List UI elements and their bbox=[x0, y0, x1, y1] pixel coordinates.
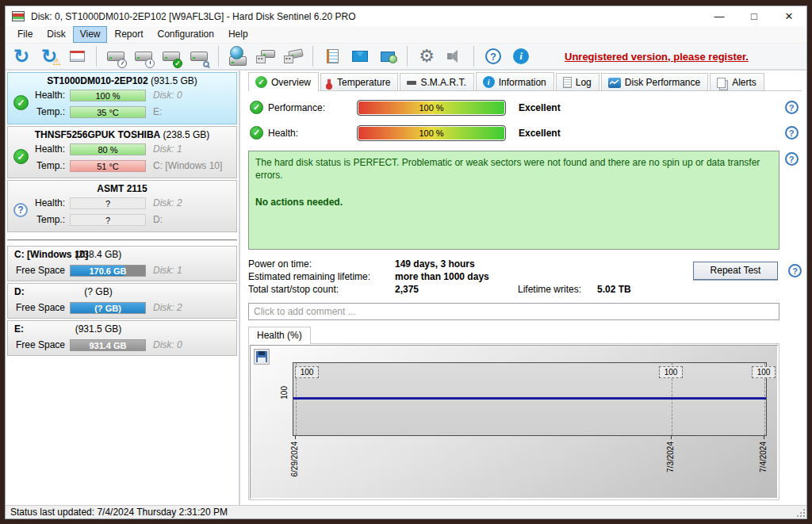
remove-disk-button[interactable] bbox=[255, 45, 277, 67]
free-space-bar: (? GB) bbox=[70, 302, 146, 314]
toolbar-separator bbox=[473, 46, 474, 67]
help-icon[interactable]: ? bbox=[785, 101, 799, 114]
gear-icon: ⚙ bbox=[419, 48, 435, 65]
disk-number: Disk: 0 bbox=[153, 339, 182, 350]
disk-tray-icon bbox=[284, 48, 303, 64]
network-status-button[interactable] bbox=[377, 45, 399, 67]
disk-test-button[interactable]: ✓ bbox=[160, 45, 182, 67]
point-label: 100 bbox=[752, 366, 776, 378]
maximize-button[interactable]: □ bbox=[737, 6, 772, 26]
tab-alerts[interactable]: Alerts bbox=[710, 73, 764, 90]
free-space-value: 931.4 GB bbox=[71, 340, 145, 350]
health-bar: ? bbox=[70, 197, 146, 209]
status-bar-text: Status last updated: 7/4/2024 Thursday 2… bbox=[10, 507, 228, 518]
report-button[interactable] bbox=[66, 45, 88, 67]
lifetime-value: more than 1000 days bbox=[395, 271, 518, 283]
repeat-test-button[interactable]: Repeat Test bbox=[693, 262, 778, 280]
clock-icon bbox=[145, 59, 155, 68]
drive-stats-section: Power on time: 149 days, 3 hours Estimat… bbox=[248, 258, 803, 296]
main-area: ST1000DM010-2EP102 (931.5 GB) ✓ Health: … bbox=[6, 71, 806, 505]
disk-card-1[interactable]: THNSF5256GPUK TOSHIBA (238.5 GB) ✓ Healt… bbox=[7, 126, 237, 178]
free-space-label: Free Space bbox=[8, 339, 70, 350]
sound-settings-button[interactable] bbox=[443, 45, 465, 67]
health-chart: 100 100 100 100 6/29/2024 bbox=[250, 345, 778, 499]
about-button[interactable]: i bbox=[510, 45, 532, 67]
tab-label: Disk Performance bbox=[625, 77, 700, 88]
insert-disk-button[interactable] bbox=[282, 45, 304, 67]
free-space-label: Free Space bbox=[8, 302, 70, 313]
warning-icon: ⚠ bbox=[52, 56, 61, 67]
thermometer-icon bbox=[327, 78, 331, 88]
tab-temperature[interactable]: Temperature bbox=[320, 73, 398, 90]
tab-overview[interactable]: ✓Overview bbox=[248, 72, 319, 91]
partition-card-c[interactable]: C: [Windows 10] (238.4 GB) Free Space 17… bbox=[7, 246, 237, 281]
minimize-button[interactable]: — bbox=[702, 6, 737, 26]
resize-grip-icon[interactable] bbox=[795, 507, 806, 518]
disk-performance-test-button[interactable] bbox=[105, 45, 127, 67]
partition-card-d[interactable]: D: (? GB) Free Space (? GB) Disk: 2 bbox=[7, 283, 237, 319]
check-icon: ✓ bbox=[255, 76, 267, 88]
help-button[interactable]: ? bbox=[482, 45, 504, 67]
partition-size: (238.4 GB) bbox=[8, 249, 189, 260]
disk-title: THNSF5256GPUK TOSHIBA (238.5 GB) bbox=[8, 127, 236, 140]
help-icon[interactable]: ? bbox=[788, 264, 802, 277]
tab-label: S.M.A.R.T. bbox=[420, 77, 465, 88]
sidebar-divider bbox=[7, 234, 237, 241]
drive-letter: E: bbox=[153, 106, 162, 117]
smart-icon bbox=[407, 81, 416, 85]
disk-schedule-button[interactable] bbox=[132, 45, 155, 67]
help-icon[interactable]: ? bbox=[785, 152, 799, 166]
notes-button[interactable] bbox=[321, 45, 343, 67]
temp-bar: 51 °C bbox=[70, 160, 146, 172]
x-tick bbox=[671, 436, 672, 439]
tab-disk-performance[interactable]: Disk Performance bbox=[601, 73, 708, 90]
tab-label: Overview bbox=[271, 77, 311, 88]
tab-label: Temperature bbox=[337, 77, 390, 88]
disk-card-0[interactable]: ST1000DM010-2EP102 (931.5 GB) ✓ Health: … bbox=[7, 72, 237, 124]
refresh-button[interactable]: ↻ bbox=[10, 45, 33, 67]
tab-label: Information bbox=[499, 77, 546, 88]
help-icon[interactable]: ? bbox=[785, 126, 799, 140]
writes-label: Lifetime writes: bbox=[518, 284, 597, 296]
x-tick bbox=[295, 436, 296, 439]
partition-size: (? GB) bbox=[8, 286, 189, 297]
disk-card-2[interactable]: ASMT 2115 ? Health: ? Disk: 2 Temp.: ? D… bbox=[7, 180, 237, 232]
health-rating: Excellent bbox=[519, 128, 561, 139]
refresh-warning-button[interactable]: ↻⚠ bbox=[38, 45, 60, 67]
tab-smart[interactable]: S.M.A.R.T. bbox=[400, 73, 473, 90]
status-action-text: No actions needed. bbox=[255, 196, 772, 208]
menu-file[interactable]: File bbox=[10, 26, 40, 43]
tab-log[interactable]: Log bbox=[556, 73, 599, 90]
save-chart-button[interactable] bbox=[254, 349, 270, 365]
network-disk-button[interactable] bbox=[227, 45, 249, 67]
unregistered-link[interactable]: Unregistered version, please register. bbox=[565, 51, 749, 63]
mail-report-button[interactable] bbox=[349, 45, 371, 67]
tab-label: Log bbox=[576, 77, 592, 88]
x-axis-date: 7/3/2024 bbox=[666, 442, 675, 472]
x-axis-date: 7/4/2024 bbox=[759, 442, 768, 472]
menu-configuration[interactable]: Configuration bbox=[151, 26, 221, 43]
menu-report[interactable]: Report bbox=[107, 26, 150, 43]
toolbar-separator bbox=[218, 46, 219, 67]
disk-size: (238.5 GB) bbox=[163, 129, 210, 140]
close-button[interactable]: ✕ bbox=[772, 6, 806, 26]
disk-ok-icon: ✓ bbox=[13, 95, 29, 110]
overview-panel: ✓Overview Temperature S.M.A.R.T. iInform… bbox=[240, 71, 806, 505]
menu-view[interactable]: View bbox=[73, 26, 108, 43]
health-ok-icon: ✓ bbox=[250, 126, 263, 140]
disk-name: ASMT 2115 bbox=[97, 183, 147, 194]
y-axis-tick: 100 bbox=[280, 386, 289, 400]
partition-size: (931.5 GB) bbox=[8, 323, 189, 335]
tab-information[interactable]: iInformation bbox=[476, 72, 554, 90]
app-window: Disk: 0, ST1000DM010-2EP102 [W9AFL3LG] -… bbox=[5, 6, 807, 519]
menu-disk[interactable]: Disk bbox=[40, 26, 72, 43]
point-label: 100 bbox=[659, 366, 683, 378]
status-bar: Status last updated: 7/4/2024 Thursday 2… bbox=[6, 505, 806, 518]
menu-help[interactable]: Help bbox=[221, 26, 255, 43]
settings-button[interactable]: ⚙ bbox=[416, 45, 438, 67]
comment-input[interactable] bbox=[248, 303, 779, 320]
partition-card-e[interactable]: E: (931.5 GB) Free Space 931.4 GB Disk: … bbox=[7, 320, 237, 356]
performance-rating: Excellent bbox=[519, 102, 561, 113]
chart-tab-health[interactable]: Health (%) bbox=[248, 327, 311, 344]
disk-surface-scan-button[interactable] bbox=[188, 45, 210, 67]
